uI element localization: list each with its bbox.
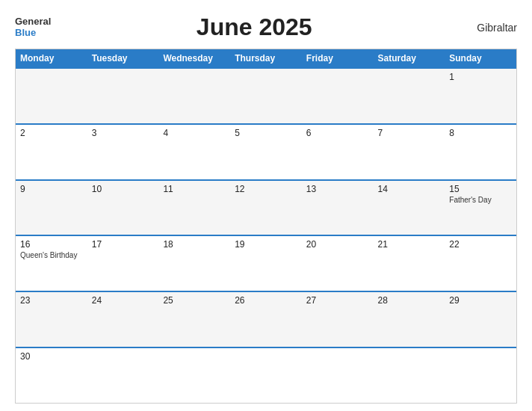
day-cell-19: 19	[230, 236, 302, 291]
day-num-22: 22	[449, 239, 512, 250]
header-saturday: Saturday	[374, 49, 445, 67]
week-row-5: 23 24 25 26 27 28 29	[16, 291, 516, 347]
day-cell-w1-mon	[16, 69, 87, 123]
day-cell-24: 24	[87, 292, 159, 347]
day-cell-9: 9	[16, 181, 87, 235]
day-cell-7: 7	[374, 125, 445, 179]
day-num-18: 18	[163, 239, 226, 250]
day-cell-w1-wed	[158, 69, 230, 123]
day-num-11: 11	[163, 184, 226, 194]
day-num-8: 8	[449, 128, 512, 138]
day-num-20: 20	[306, 239, 369, 250]
day-cell-26: 26	[230, 292, 302, 347]
day-cell-17: 17	[87, 236, 159, 291]
header-thursday: Thursday	[230, 49, 302, 67]
day-cell-23: 23	[16, 292, 87, 347]
day-cell-13: 13	[302, 181, 374, 235]
header-wednesday: Wednesday	[158, 49, 230, 67]
region-label: Gibraltar	[457, 22, 517, 34]
day-num-4: 4	[163, 128, 226, 138]
day-cell-14: 14	[374, 181, 445, 235]
day-cell-10: 10	[87, 181, 159, 235]
day-cell-w6-sun	[445, 348, 516, 403]
day-num-23: 23	[20, 295, 83, 306]
day-num-14: 14	[378, 184, 441, 194]
day-num-5: 5	[235, 128, 297, 138]
day-cell-w6-wed	[158, 348, 230, 403]
day-num-27: 27	[306, 295, 369, 306]
day-num-17: 17	[92, 239, 155, 250]
week-row-2: 2 3 4 5 6 7 8	[16, 123, 516, 179]
day-cell-16: 16 Queen's Birthday	[16, 236, 87, 291]
day-cell-w1-fri	[302, 69, 374, 123]
weeks-container: 1 2 3 4 5 6	[16, 67, 516, 403]
day-num-3: 3	[92, 128, 155, 138]
day-cell-20: 20	[302, 236, 374, 291]
day-num-9: 9	[20, 184, 83, 194]
week-row-4: 16 Queen's Birthday 17 18 19 20 21	[16, 235, 516, 291]
day-num-29: 29	[449, 295, 512, 306]
day-num-28: 28	[378, 295, 441, 306]
day-num-24: 24	[92, 295, 155, 306]
day-cell-12: 12	[230, 181, 302, 235]
calendar-page: General Blue June 2025 Gibraltar Monday …	[0, 0, 532, 411]
calendar-title: June 2025	[51, 13, 457, 41]
day-cell-4: 4	[158, 125, 230, 179]
day-num-15: 15	[449, 184, 512, 194]
logo: General Blue	[15, 16, 51, 38]
header-friday: Friday	[302, 49, 374, 67]
day-cell-5: 5	[230, 125, 302, 179]
day-cell-25: 25	[158, 292, 230, 347]
day-num-13: 13	[306, 184, 369, 194]
day-cell-w6-fri	[302, 348, 374, 403]
day-headers-row: Monday Tuesday Wednesday Thursday Friday…	[16, 49, 516, 67]
day-num-21: 21	[378, 239, 441, 250]
day-num-6: 6	[306, 128, 369, 138]
week-row-3: 9 10 11 12 13 14 15 Fa	[16, 179, 516, 235]
day-cell-22: 22	[445, 236, 516, 291]
header-tuesday: Tuesday	[87, 49, 159, 67]
day-cell-w1-tue	[87, 69, 159, 123]
event-fathers-day: Father's Day	[449, 196, 512, 205]
day-cell-w6-thu	[230, 348, 302, 403]
day-cell-6: 6	[302, 125, 374, 179]
day-num-7: 7	[378, 128, 441, 138]
day-cell-w6-sat	[374, 348, 445, 403]
day-cell-30: 30	[16, 348, 87, 403]
day-cell-11: 11	[158, 181, 230, 235]
calendar-grid: Monday Tuesday Wednesday Thursday Friday…	[15, 49, 517, 404]
day-cell-w1-thu	[230, 69, 302, 123]
day-cell-18: 18	[158, 236, 230, 291]
header: General Blue June 2025 Gibraltar	[15, 13, 517, 41]
day-cell-w1-sat	[374, 69, 445, 123]
week-row-1: 1	[16, 67, 516, 123]
day-cell-28: 28	[374, 292, 445, 347]
day-cell-1: 1	[445, 69, 516, 123]
day-cell-15: 15 Father's Day	[445, 181, 516, 235]
day-cell-8: 8	[445, 125, 516, 179]
day-num-2: 2	[20, 128, 83, 138]
logo-blue-text: Blue	[15, 28, 51, 38]
day-num-1: 1	[449, 72, 512, 82]
header-sunday: Sunday	[445, 49, 516, 67]
day-cell-21: 21	[374, 236, 445, 291]
day-num-25: 25	[163, 295, 226, 306]
day-num-12: 12	[235, 184, 297, 194]
day-cell-w6-tue	[87, 348, 159, 403]
day-num-26: 26	[235, 295, 297, 306]
event-queens-birthday: Queen's Birthday	[20, 251, 83, 260]
day-num-30: 30	[20, 351, 83, 362]
day-cell-3: 3	[87, 125, 159, 179]
day-num-16: 16	[20, 239, 83, 250]
day-cell-2: 2	[16, 125, 87, 179]
logo-general-text: General	[15, 16, 51, 27]
day-cell-27: 27	[302, 292, 374, 347]
day-cell-29: 29	[445, 292, 516, 347]
day-num-19: 19	[235, 239, 297, 250]
week-row-6: 30	[16, 347, 516, 403]
day-num-10: 10	[92, 184, 155, 194]
header-monday: Monday	[16, 49, 87, 67]
